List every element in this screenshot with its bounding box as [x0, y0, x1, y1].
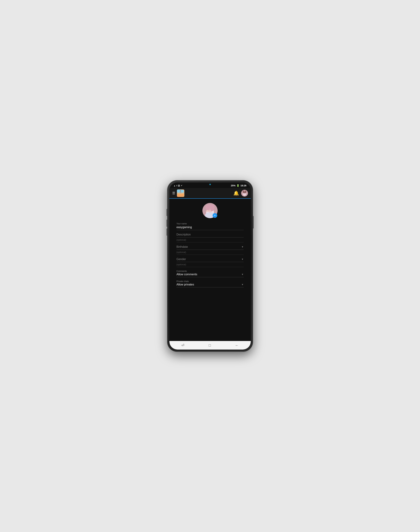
name-input[interactable]: easygaming — [177, 226, 244, 230]
comments-dropdown[interactable]: Allow comments ▼ — [177, 273, 244, 277]
status-right: 25% 🔋 18:26 — [231, 184, 246, 187]
avatar-svg — [241, 190, 248, 197]
svg-point-16 — [207, 204, 213, 208]
notch — [201, 182, 219, 186]
comments-chevron-icon: ▼ — [241, 273, 244, 276]
home-button[interactable]: □ — [209, 343, 211, 347]
profile-avatar-section: ✏ — [177, 203, 244, 218]
app-logo-svg — [178, 190, 184, 196]
check-notification-icon: ✔ — [181, 184, 182, 187]
comments-value: Allow comments — [177, 273, 197, 276]
facebook-icon: f — [176, 185, 177, 187]
comments-label: Comments — [177, 270, 244, 273]
notification-bell-icon[interactable]: 🔔 — [233, 190, 239, 196]
image-notification-icon: 🖼 — [178, 185, 180, 187]
birthdate-label: Birthdate — [177, 245, 188, 248]
private-chats-chevron-icon: ▼ — [241, 283, 244, 286]
edit-avatar-button[interactable]: ✏ — [213, 213, 217, 218]
name-field-group: Your name easygaming — [177, 222, 244, 230]
recent-apps-button[interactable]: ⏎ — [181, 343, 184, 347]
birthdate-field-group: Birthdate ▼ (optional) — [177, 245, 244, 255]
name-label: Your name — [177, 222, 244, 225]
app-bar-left: ☰ — [172, 189, 184, 197]
phone-frame: ▲ f 🖼 ✔ 25% 🔋 18:26 ☰ — [167, 180, 253, 352]
hamburger-menu-icon[interactable]: ☰ — [172, 191, 175, 195]
bottom-nav: ⏎ □ ← — [169, 341, 251, 350]
description-hint: (optional) — [177, 237, 244, 243]
svg-marker-4 — [180, 190, 181, 191]
description-field[interactable]: Description — [177, 233, 244, 237]
birthdate-dropdown[interactable]: Birthdate ▼ — [177, 245, 244, 250]
profile-avatar-wrapper: ✏ — [202, 203, 218, 218]
private-chats-label: Private chats — [177, 280, 244, 283]
description-field-group: Description (optional) — [177, 233, 244, 243]
private-chats-field-group: Private chats Allow privates ▼ — [177, 280, 244, 288]
gender-hint: (optional) — [177, 262, 244, 267]
gender-dropdown[interactable]: Gender ▼ — [177, 258, 244, 262]
birthdate-hint: (optional) — [177, 250, 244, 255]
birthdate-chevron-icon: ▼ — [241, 246, 244, 248]
gender-label: Gender — [177, 258, 186, 261]
clock: 18:26 — [240, 184, 246, 187]
signal-icon: ▲ — [174, 185, 176, 187]
private-chats-dropdown[interactable]: Allow privates ▼ — [177, 283, 244, 288]
gender-field-group: Gender ▼ (optional) — [177, 258, 244, 267]
back-button[interactable]: ← — [235, 343, 239, 347]
battery-percent: 25% — [231, 184, 235, 187]
private-chats-value: Allow privates — [177, 283, 194, 286]
battery-icon: 🔋 — [237, 184, 239, 187]
status-left: ▲ f 🖼 ✔ — [174, 184, 183, 187]
app-bar-right: 🔔 — [233, 190, 248, 197]
app-logo — [177, 189, 184, 197]
user-avatar[interactable] — [241, 190, 248, 197]
phone-screen: ▲ f 🖼 ✔ 25% 🔋 18:26 ☰ — [169, 182, 251, 350]
edit-icon: ✏ — [214, 214, 216, 217]
comments-field-group: Comments Allow comments ▼ — [177, 270, 244, 277]
description-placeholder: Description — [177, 233, 191, 236]
main-content: ✏ Your name easygaming Description (opti… — [169, 199, 251, 341]
camera-dot — [209, 184, 211, 185]
app-bar: ☰ 🔔 — [169, 188, 251, 199]
gender-chevron-icon: ▼ — [241, 258, 244, 260]
